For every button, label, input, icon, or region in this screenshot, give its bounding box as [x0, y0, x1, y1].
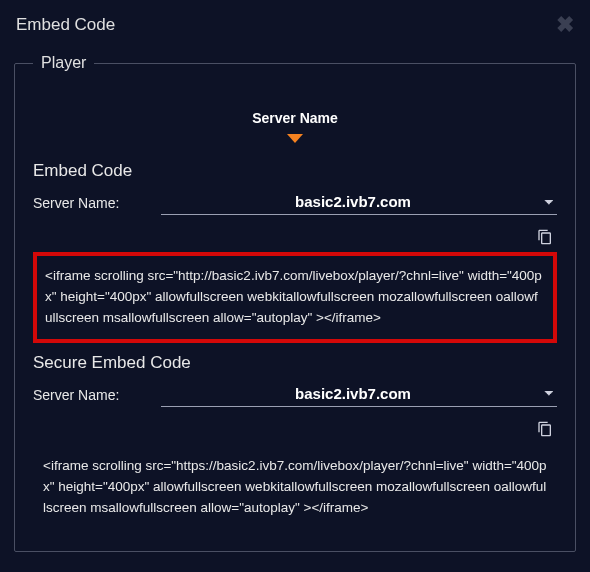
tab-server-name[interactable]: Server Name — [252, 110, 338, 132]
embed-code-textarea[interactable]: <iframe scrolling src="http://basic2.ivb… — [33, 252, 557, 343]
modal-header: Embed Code ✖ — [14, 10, 576, 50]
server-name-label: Server Name: — [33, 195, 133, 211]
secure-server-name-dropdown[interactable]: basic2.ivb7.com ⏷ — [161, 383, 557, 407]
copy-icon[interactable] — [537, 229, 553, 245]
secure-server-name-row: Server Name: basic2.ivb7.com ⏷ — [33, 383, 557, 407]
chevron-down-icon: ⏷ — [543, 386, 555, 400]
copy-row — [33, 415, 557, 444]
server-name-row: Server Name: basic2.ivb7.com ⏷ — [33, 191, 557, 215]
embed-code-heading: Embed Code — [33, 161, 557, 181]
chevron-down-icon — [287, 134, 303, 143]
close-icon[interactable]: ✖ — [556, 14, 574, 36]
tab-bar: Server Name — [33, 110, 557, 143]
server-name-dropdown[interactable]: basic2.ivb7.com ⏷ — [161, 191, 557, 215]
modal-title: Embed Code — [16, 15, 115, 35]
secure-embed-code-textarea[interactable]: <iframe scrolling src="https://basic2.iv… — [33, 444, 557, 531]
server-name-value: basic2.ivb7.com — [163, 385, 543, 402]
copy-row — [33, 223, 557, 252]
fieldset-legend: Player — [33, 54, 94, 72]
server-name-value: basic2.ivb7.com — [163, 193, 543, 210]
secure-embed-heading: Secure Embed Code — [33, 353, 557, 373]
chevron-down-icon: ⏷ — [543, 195, 555, 209]
copy-icon[interactable] — [537, 421, 553, 437]
embed-code-modal: Embed Code ✖ Player Server Name Embed Co… — [0, 0, 590, 552]
player-fieldset: Player Server Name Embed Code Server Nam… — [14, 54, 576, 552]
server-name-label: Server Name: — [33, 387, 133, 403]
